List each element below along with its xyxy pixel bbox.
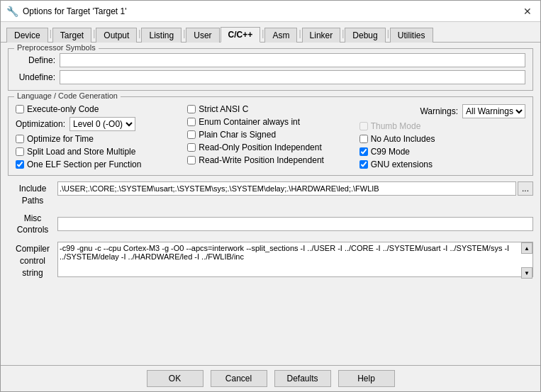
compiler-control-textarea[interactable]: -c99 -gnu -c --cpu Cortex-M3 -g -O0 --ap… [57,242,533,277]
ropi-checkbox[interactable] [187,143,196,152]
title-bar: 🔧 Options for Target 'Target 1' ✕ [1,1,540,22]
c99-mode-label: C99 Mode [371,147,410,157]
checkbox-rwpi: Read-Write Position Independent [187,155,353,165]
bottom-bar: OK Cancel Defaults Help [1,365,540,391]
tab-device[interactable]: Device [6,28,48,43]
checkbox-gnu-extensions: GNU extensions [359,159,525,169]
gnu-extensions-checkbox[interactable] [359,160,368,169]
title-left: 🔧 Options for Target 'Target 1' [6,6,126,17]
optimization-select[interactable]: Level 0 (-O0) [69,117,135,131]
strict-ansi-checkbox[interactable] [187,105,196,113]
language-title: Language / Code Generation [14,91,121,100]
thumb-mode-label: Thumb Mode [371,121,421,131]
c99-mode-checkbox[interactable] [359,147,368,156]
scroll-up-button[interactable]: ▲ [521,242,532,254]
scroll-down-button[interactable]: ▼ [521,267,532,279]
checkbox-no-auto-includes: No Auto Includes [359,134,525,144]
gnu-extensions-label: GNU extensions [371,159,433,169]
checkbox-split-load: Split Load and Store Multiple [16,147,182,157]
window-title: Options for Target 'Target 1' [23,6,126,16]
rwpi-label: Read-Write Position Independent [199,155,324,165]
language-group: Language / Code Generation Execute-only … [8,96,533,176]
optimization-label: Optimization: [16,119,65,129]
cancel-button[interactable]: Cancel [211,370,267,387]
main-content: Preprocessor Symbols Define: Undefine: L… [1,43,540,365]
compiler-control-label: Compiler control string [8,242,57,279]
ok-button[interactable]: OK [147,370,203,387]
warnings-select[interactable]: All Warnings [462,104,525,118]
tab-linker[interactable]: Linker [302,28,341,43]
compiler-textarea-wrap: -c99 -gnu -c --cpu Cortex-M3 -g -O0 --ap… [57,242,533,279]
plain-char-label: Plain Char is Signed [199,130,276,140]
tab-bar: Device | Target | Output | Listing | Use… [1,22,540,43]
warnings-label: Warnings: [420,106,458,116]
include-paths-input-wrap: ... [57,181,533,196]
window-icon: 🔧 [6,6,18,17]
tab-target[interactable]: Target [52,28,91,43]
undefine-row: Undefine: [16,70,525,84]
compiler-scrollbar: ▲ ▼ [521,242,532,279]
preprocessor-title: Preprocessor Symbols [14,43,99,52]
one-elf-label: One ELF Section per Function [27,159,141,169]
plain-char-checkbox[interactable] [187,130,196,139]
tab-debug[interactable]: Debug [345,28,385,43]
tab-asm[interactable]: Asm [264,28,297,43]
tab-listing[interactable]: Listing [141,28,182,43]
misc-controls-label: Misc Controls [8,213,57,237]
misc-controls-input[interactable] [57,217,533,231]
checkbox-opt-time: Optimize for Time [16,134,182,144]
checkbox-enum-container: Enum Container always int [187,117,353,127]
include-paths-browse-button[interactable]: ... [518,181,533,196]
split-load-checkbox[interactable] [16,147,24,156]
ropi-label: Read-Only Position Independent [199,142,321,152]
checkbox-plain-char: Plain Char is Signed [187,130,353,140]
checkbox-one-elf: One ELF Section per Function [16,159,182,169]
define-row: Define: [16,53,525,67]
thumb-mode-checkbox [359,122,368,130]
tab-output[interactable]: Output [96,28,137,43]
col2: Strict ANSI C Enum Container always int … [187,104,353,169]
no-auto-includes-checkbox[interactable] [359,135,368,143]
optimization-row: Optimization: Level 0 (-O0) [16,117,182,131]
warning-row: Warnings: All Warnings [359,104,525,118]
checkbox-strict-ansi: Strict ANSI C [187,104,353,114]
help-button[interactable]: Help [338,370,395,387]
main-window: 🔧 Options for Target 'Target 1' ✕ Device… [0,0,541,392]
include-paths-row: Include Paths ... [8,181,533,207]
include-paths-input[interactable] [57,181,516,196]
split-load-label: Split Load and Store Multiple [27,147,135,157]
misc-controls-row: Misc Controls [8,213,533,237]
undefine-label: Undefine: [16,72,55,82]
checkbox-execute-only: Execute-only Code [16,104,182,114]
define-label: Define: [16,55,55,65]
include-paths-label: Include Paths [8,181,57,207]
compiler-control-row: Compiler control string -c99 -gnu -c --c… [8,242,533,279]
enum-container-checkbox[interactable] [187,118,196,126]
no-auto-includes-label: No Auto Includes [371,134,435,144]
close-button[interactable]: ✕ [520,6,535,17]
rwpi-checkbox[interactable] [187,156,196,164]
enum-container-label: Enum Container always int [199,117,300,127]
opt-time-checkbox[interactable] [16,135,24,143]
define-input[interactable] [60,53,525,67]
undefine-input[interactable] [60,70,525,84]
tab-utilities[interactable]: Utilities [390,28,433,43]
col3: Warnings: All Warnings Thumb Mode No Aut… [359,104,525,169]
execute-only-label: Execute-only Code [27,104,99,114]
preprocessor-group: Preprocessor Symbols Define: Undefine: [8,48,533,91]
one-elf-checkbox[interactable] [16,160,24,169]
execute-only-checkbox[interactable] [16,105,24,113]
opt-time-label: Optimize for Time [27,134,94,144]
tab-user[interactable]: User [186,28,219,43]
defaults-button[interactable]: Defaults [274,370,331,387]
checkbox-thumb-mode: Thumb Mode [359,121,525,131]
checkbox-c99-mode: C99 Mode [359,147,525,157]
checkbox-ropi: Read-Only Position Independent [187,142,353,152]
tab-cc[interactable]: C/C++ [221,27,261,43]
col1: Execute-only Code Optimization: Level 0 … [16,104,182,169]
strict-ansi-label: Strict ANSI C [199,104,248,114]
